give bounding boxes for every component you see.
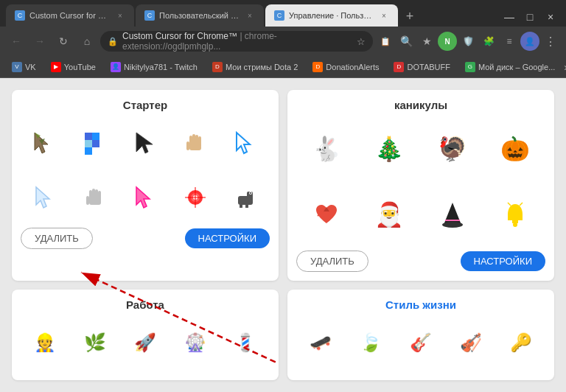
maximize-button[interactable]: □: [520, 7, 539, 27]
back-button[interactable]: ←: [6, 31, 27, 52]
tab-close-1[interactable]: ×: [115, 10, 125, 21]
svg-point-32: [250, 192, 251, 194]
starter-pack-buttons: УДАЛИТЬ НАСТРОЙКИ: [21, 228, 270, 249]
svg-point-38: [442, 222, 463, 228]
svg-rect-21: [89, 199, 101, 205]
cursor-cell: 👷: [21, 318, 69, 367]
cursor-cell: [221, 173, 270, 222]
cursor-cell: 🎸: [396, 318, 445, 367]
svg-rect-5: [85, 140, 92, 147]
cast-icon[interactable]: 📋: [376, 32, 395, 51]
forward-button[interactable]: →: [29, 31, 50, 52]
starter-settings-button[interactable]: НАСТРОЙКИ: [185, 228, 270, 248]
star-icon[interactable]: ☆: [357, 36, 366, 47]
svg-rect-14: [186, 141, 189, 150]
ext-n-icon[interactable]: N: [438, 32, 457, 51]
bookmark-youtube[interactable]: ▶ YouTube: [45, 59, 102, 75]
cursor-cell: 🎄: [360, 119, 420, 179]
cursor-cell: 🥊: [171, 373, 220, 380]
svg-rect-4: [92, 133, 99, 140]
cursor-cell: [296, 185, 357, 245]
svg-marker-37: [444, 203, 461, 225]
cursor-cell: 🛹: [296, 318, 345, 367]
reload-button[interactable]: ↻: [53, 31, 74, 52]
cursor-cell: 🐇: [296, 119, 357, 179]
holiday-delete-button[interactable]: УДАЛИТЬ: [296, 251, 368, 272]
cursor-cell: 🚀: [121, 318, 170, 367]
svg-marker-8: [136, 133, 153, 153]
svg-rect-22: [86, 196, 89, 205]
work-cursors-row2: 📻 🏗️ 👮 🥊 🧤: [21, 373, 270, 380]
cursor-cell: [71, 173, 119, 222]
tab-custom-cursor-2[interactable]: C Пользовательский курсор ×: [136, 4, 264, 27]
address-bar[interactable]: 🔒 Custom Cursor for Chrome™ | chrome-ext…: [100, 31, 373, 52]
starter-cursors-row1: [21, 119, 270, 167]
cursor-cell: 🎻: [447, 318, 495, 367]
svg-marker-16: [36, 187, 49, 208]
more-menu-icon[interactable]: ⋮: [541, 32, 560, 51]
address-bar-row: ← → ↻ ⌂ 🔒 Custom Cursor for Chrome™ | ch…: [0, 27, 566, 56]
holiday-cursors-row1: 🐇 🎄 🦃 🎃: [296, 119, 545, 179]
close-button[interactable]: ×: [541, 7, 560, 27]
bookmark-donation[interactable]: D DonationAlerts: [307, 59, 385, 75]
svg-rect-34: [245, 205, 248, 208]
starter-pack: Стартер: [12, 90, 279, 281]
starter-cursors-row2: [21, 173, 270, 222]
cursor-cell: [221, 119, 270, 167]
ext-menu-icon[interactable]: ≡: [500, 32, 519, 51]
svg-rect-33: [240, 205, 242, 208]
cursor-cell: 🎃: [486, 119, 546, 179]
lifestyle-pack-title: Стиль жизни: [385, 298, 456, 311]
svg-marker-15: [237, 133, 250, 153]
browser-toolbar: 📋 🔍 ★ N 🛡️ 🧩 ≡ 👤 ⋮: [376, 32, 560, 51]
minimize-button[interactable]: —: [500, 7, 519, 27]
extension-page: Стартер: [0, 78, 566, 392]
cursor-cell: 🔑: [497, 318, 545, 367]
svg-rect-13: [189, 144, 201, 150]
bookmark-icon[interactable]: ★: [417, 32, 436, 51]
svg-line-43: [520, 203, 523, 206]
bookmark-twitch[interactable]: 👤 Nikitylya781 - Twitch: [105, 59, 203, 75]
ext-icon-2[interactable]: 🛡️: [458, 32, 478, 51]
search-icon[interactable]: 🔍: [396, 32, 416, 51]
cursor-cell: 🦃: [422, 119, 483, 179]
tab-bar: C Custom Cursor for Chrome™ × C Пользова…: [0, 0, 566, 27]
tab-management[interactable]: C Управление · Пользовательс... ×: [265, 4, 398, 27]
work-pack: Работа 👷 🌿 🚀 🎡 💈 📻 🏗️ 👮 🥊 🧤: [12, 290, 279, 380]
bookmark-vk[interactable]: V VK: [6, 59, 42, 75]
new-tab-button[interactable]: +: [399, 6, 420, 27]
work-cursors-row1: 👷 🌿 🚀 🎡 💈: [21, 318, 270, 367]
page-content: Стартер: [0, 78, 566, 392]
holiday-pack-title: каникулы: [394, 99, 447, 111]
holiday-settings-button[interactable]: НАСТРОЙКИ: [461, 251, 545, 271]
cursor-cell: 📻: [21, 373, 69, 380]
starter-delete-button[interactable]: УДАЛИТЬ: [21, 228, 93, 249]
svg-rect-3: [85, 133, 92, 140]
home-button[interactable]: ⌂: [77, 31, 97, 52]
cursor-cell: 💈: [221, 318, 270, 367]
cursor-cell: [21, 119, 69, 167]
holiday-pack: каникулы 🐇 🎄 🦃 🎃: [287, 90, 554, 281]
bookmarks-bar: V VK ▶ YouTube 👤 Nikitylya781 - Twitch D…: [0, 56, 566, 78]
tab-custom-cursor-1[interactable]: C Custom Cursor for Chrome™ ×: [6, 4, 134, 27]
lifestyle-pack: Стиль жизни 🛹 🍃 🎸 🎻 🔑 💵 🎯 🥁 🔧 🍂: [287, 290, 554, 380]
cursor-cell: [71, 119, 119, 167]
cursor-cell: 🎡: [171, 318, 220, 367]
cursor-cell: [171, 119, 220, 167]
bookmark-dotabuff[interactable]: D DOTABUFF: [388, 59, 455, 75]
cursor-cell: 💵: [296, 373, 345, 380]
browser-frame: C Custom Cursor for Chrome™ × C Пользова…: [0, 0, 566, 392]
cursor-cell: [21, 173, 69, 222]
svg-rect-7: [85, 147, 92, 155]
tab-close-3[interactable]: ×: [379, 10, 389, 21]
bookmark-gdrive[interactable]: G Мой диск – Google...: [459, 59, 561, 75]
avatar-icon[interactable]: 👤: [520, 32, 539, 51]
tab-close-2[interactable]: ×: [245, 10, 255, 21]
cursor-cell: [422, 185, 483, 245]
cursor-cell: 🏗️: [71, 373, 119, 380]
cursor-cell: [171, 173, 220, 222]
bookmark-dota2[interactable]: D Мои стримы Dota 2: [206, 59, 304, 75]
lifestyle-cursors-row1: 🛹 🍃 🎸 🎻 🔑: [296, 318, 545, 367]
ext-icon-3[interactable]: 🧩: [479, 32, 498, 51]
cursor-cell: 🎯: [346, 373, 395, 380]
